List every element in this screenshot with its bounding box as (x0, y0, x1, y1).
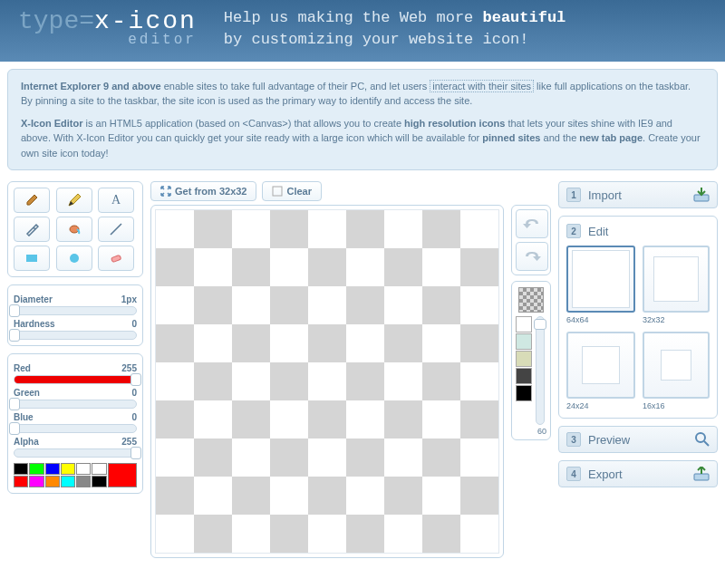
side-swatch[interactable] (516, 368, 532, 384)
circle-icon (67, 251, 82, 265)
preview-button[interactable]: 3 Preview (558, 426, 718, 453)
rectangle-tool[interactable] (14, 246, 50, 271)
undo-button[interactable] (516, 209, 548, 238)
undo-icon (523, 217, 541, 231)
swatch[interactable] (45, 463, 60, 475)
expand-icon (160, 186, 171, 197)
text-tool[interactable]: A (98, 188, 134, 213)
hardness-slider[interactable] (14, 331, 137, 340)
side-swatch[interactable] (516, 351, 532, 367)
rectangle-icon (24, 251, 39, 265)
tools-panel: A (7, 181, 143, 277)
eyedropper-tool[interactable] (14, 217, 50, 242)
svg-text:A: A (111, 193, 121, 207)
tagline: Help us making the Web more beautiful by… (224, 7, 566, 51)
import-icon (693, 188, 710, 202)
eyedropper-icon (24, 222, 39, 236)
import-button[interactable]: 1 Import (558, 181, 718, 208)
redo-button[interactable] (516, 242, 548, 271)
clear-button[interactable]: Clear (262, 181, 322, 201)
svg-rect-8 (694, 474, 709, 480)
size-64x64[interactable]: 64x64 (566, 246, 635, 324)
side-swatch[interactable] (516, 385, 532, 401)
swatch[interactable] (76, 463, 91, 475)
swatch[interactable] (76, 476, 91, 487)
svg-rect-2 (26, 255, 37, 262)
brush-sliders-panel: Diameter1pxHardness0 (7, 284, 143, 346)
logo: type=x-icon editor (18, 7, 197, 48)
swatch[interactable] (29, 476, 44, 487)
text-icon: A (109, 193, 123, 207)
magnify-icon (695, 432, 710, 447)
size-32x32[interactable]: 32x32 (643, 246, 710, 324)
svg-point-3 (70, 254, 79, 263)
swatch[interactable] (61, 476, 75, 487)
green-slider[interactable] (14, 400, 137, 409)
side-swatch[interactable] (516, 316, 532, 333)
export-icon (693, 467, 710, 481)
line-icon (109, 222, 123, 236)
redo-icon (523, 249, 541, 264)
pencil-icon (67, 193, 82, 207)
svg-point-7 (696, 433, 705, 442)
line-tool[interactable] (98, 217, 134, 242)
brush-icon (24, 193, 39, 207)
red-slider[interactable] (14, 375, 137, 384)
brush-tool[interactable] (14, 188, 50, 213)
interact-link[interactable]: interact with their sites (430, 80, 534, 92)
alpha-preview (518, 287, 544, 313)
current-color (108, 463, 138, 487)
swatch[interactable] (45, 476, 60, 487)
swatch[interactable] (61, 463, 75, 475)
info-box: Internet Explorer 9 and above enable sit… (7, 69, 718, 171)
pixel-canvas[interactable] (155, 209, 499, 554)
fill-value: 60 (516, 427, 546, 436)
bucket-icon (67, 222, 82, 236)
swatch[interactable] (14, 476, 28, 487)
svg-rect-5 (273, 187, 282, 196)
size-16x16[interactable]: 16x16 (643, 332, 710, 410)
circle-tool[interactable] (56, 246, 92, 271)
swatch[interactable] (14, 463, 28, 475)
pencil-tool[interactable] (56, 188, 92, 213)
get-from-button[interactable]: Get from 32x32 (150, 181, 256, 201)
eraser-icon (109, 251, 123, 265)
diameter-slider[interactable] (14, 306, 137, 315)
color-sliders-panel: Red255Green0Blue0Alpha255 (7, 353, 143, 494)
swatch[interactable] (92, 476, 106, 487)
swatch[interactable] (92, 463, 106, 475)
alpha-slider[interactable] (14, 448, 137, 458)
clear-icon (272, 186, 283, 197)
bucket-tool[interactable] (56, 217, 92, 242)
edit-panel: 2 Edit 64x6432x3224x2416x16 (558, 216, 718, 419)
eraser-tool[interactable] (98, 246, 134, 271)
size-24x24[interactable]: 24x24 (566, 332, 635, 410)
svg-rect-4 (111, 255, 121, 263)
fill-slider[interactable] (536, 316, 545, 425)
side-swatch[interactable] (516, 333, 532, 350)
swatch[interactable] (29, 463, 44, 475)
export-button[interactable]: 4 Export (558, 460, 718, 487)
blue-slider[interactable] (14, 424, 137, 433)
